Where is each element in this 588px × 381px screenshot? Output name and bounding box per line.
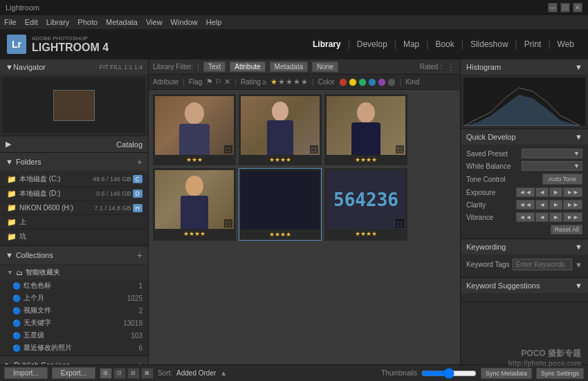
tab-map[interactable]: Map [396,39,426,49]
photo-cell-6[interactable]: 564236 ⬚ ★★★★ [324,168,407,241]
color-purple[interactable] [378,78,386,86]
sync-settings-button[interactable]: Sync Settings [536,368,584,379]
keywording-header[interactable]: Keywording ▼ [461,239,588,254]
keyword-input[interactable] [513,259,572,270]
menu-view[interactable]: View [146,18,163,26]
collection-item-video[interactable]: 🔵 视频文件 2 [0,304,148,317]
star-2[interactable]: ★ [278,77,285,86]
flag-flagged-icon[interactable]: ⚐ [215,77,222,86]
folders-add-button[interactable]: + [137,156,143,167]
color-yellow[interactable] [349,78,357,86]
close-button[interactable]: ✕ [573,3,582,12]
clarity-btn-d[interactable]: ◄ [535,200,549,210]
collection-item-lastmonth[interactable]: 🔵 上个月 1025 [0,292,148,304]
color-green[interactable] [358,78,367,86]
sync-metadata-button[interactable]: Sync Metadata [481,368,532,379]
menu-edit[interactable]: Edit [25,18,38,26]
import-button[interactable]: Import... [4,367,48,379]
collection-item-fivestar[interactable]: 🔵 五星级 103 [0,329,148,342]
histogram-header[interactable]: Histogram ▼ [461,59,588,75]
clarity-btn-dl[interactable]: ◄◄ [516,200,535,210]
star-1[interactable]: ★ [270,77,277,86]
sort-arrow[interactable]: ▲ [220,369,227,377]
publish-services-header[interactable]: ▶ Publish Services + [0,356,148,364]
folder-item-d[interactable]: 📁 本地磁盘 (D:) 0.6 / 146 GB D [0,187,148,201]
collections-add-button[interactable]: + [137,250,143,261]
export-button[interactable]: Export... [52,367,95,379]
keyword-settings-icon[interactable]: ▼ [575,261,582,269]
menu-photo[interactable]: Photo [77,18,98,26]
auto-tone-button[interactable]: Auto Tone [542,174,582,185]
star-5[interactable]: ★ [301,77,308,86]
clarity-btn-u[interactable]: ► [549,200,562,210]
star-3[interactable]: ★ [286,77,293,86]
nav-fit[interactable]: FIT [99,64,109,71]
menu-help[interactable]: Help [206,18,222,26]
reset-all-button[interactable]: Reset All [551,225,582,234]
menu-window[interactable]: Window [171,18,198,26]
navigator-header[interactable]: ▼ Navigator FIT FILL 1:1 1:4 [0,59,148,75]
vibrance-btn-ul[interactable]: ►► [563,212,582,222]
nav-1-4[interactable]: 1:4 [134,64,143,71]
view-loupe-icon[interactable]: ⊡ [113,368,126,379]
filter-none-button[interactable]: None [312,62,338,72]
vibrance-btn-u[interactable]: ► [549,212,562,222]
clarity-btn-ul[interactable]: ►► [563,200,582,210]
exposure-btn-ul[interactable]: ►► [563,187,582,197]
collection-item-red[interactable]: 🔵 红色色标 1 [0,279,148,292]
tab-slideshow[interactable]: Slideshow [463,39,515,49]
tab-web[interactable]: Web [551,39,581,49]
tab-library[interactable]: Library [306,39,348,49]
photo-cell-2[interactable]: ⬚ ★★★★ [239,94,322,165]
photo-cell-3[interactable]: ⬚ ★★★★ [324,94,407,165]
folder-item-up[interactable]: 📁 上 [0,215,148,230]
collection-item-nokeyword[interactable]: 🔵 无关键字 13019 [0,317,148,329]
exposure-btn-u[interactable]: ► [549,187,562,197]
nav-1-1[interactable]: 1:1 [124,64,133,71]
catalog-header[interactable]: ▶ Catalog [0,136,148,152]
tab-book[interactable]: Book [428,39,461,49]
publish-add-button[interactable]: + [137,360,143,364]
minimize-button[interactable]: — [548,3,558,12]
folders-header[interactable]: ▼ Folders + [0,153,148,171]
collection-item-recent[interactable]: 🔵 最近修改的照片 6 [0,342,148,354]
folder-item-c[interactable]: 📁 本地磁盘 (C:) 49.6 / 146 GB C [0,172,148,187]
tab-develop[interactable]: Develop [350,39,394,49]
star-4[interactable]: ★ [293,77,300,86]
exposure-btn-dl[interactable]: ◄◄ [516,187,535,197]
view-compare-icon[interactable]: ⊟ [127,368,140,379]
star-row[interactable]: ★ ★ ★ ★ ★ [270,77,308,86]
menu-file[interactable]: File [4,18,17,26]
vibrance-btn-d[interactable]: ◄ [535,212,549,222]
color-none[interactable] [387,78,396,86]
folder-item-nikon[interactable]: 📁 NIKON D600 (H:) 7.1 / 14.8 GB H [0,201,148,215]
menu-library[interactable]: Library [46,18,70,26]
flag-rejected-icon[interactable]: ✕ [224,77,230,86]
nav-fill[interactable]: FILL [110,64,122,71]
maximize-button[interactable]: □ [560,3,570,12]
filter-text-button[interactable]: Text [203,62,226,72]
window-controls[interactable]: — □ ✕ [548,3,582,12]
color-blue[interactable] [368,78,376,86]
collections-header[interactable]: ▼ Collections + [0,246,148,264]
filter-metadata-button[interactable]: Metadata [270,62,309,72]
exposure-btn-d[interactable]: ◄ [535,187,549,197]
menu-metadata[interactable]: Metadata [106,18,138,26]
saved-preset-control[interactable]: ▼ [522,149,582,158]
keyword-suggestions-header[interactable]: Keyword Suggestions ▼ [461,278,588,293]
sort-value[interactable]: Added Order [176,369,216,377]
filter-attribute-button[interactable]: Attribute [230,62,265,72]
view-grid-icon[interactable]: ⊞ [100,368,112,379]
thumbnail-size-slider[interactable] [421,368,477,379]
color-red[interactable] [339,78,347,86]
photo-cell-4[interactable]: ⬚ ★★★★ [153,168,236,241]
photo-cell-1[interactable]: ⬚ ★★★ [153,94,236,165]
white-balance-control[interactable]: ▼ [522,161,582,171]
view-survey-icon[interactable]: ⊠ [141,368,154,379]
flag-unflagged-icon[interactable]: ⚑ [206,77,213,86]
tab-print[interactable]: Print [517,39,549,49]
collection-group-smart[interactable]: ▼ 🗂 智能收藏夹 [0,266,148,279]
folder-item-pit[interactable]: 📁 坑 [0,230,148,244]
photo-cell-5[interactable]: ★★★★ [239,168,322,241]
quick-develop-header[interactable]: Quick Develop ▼ [461,129,588,145]
